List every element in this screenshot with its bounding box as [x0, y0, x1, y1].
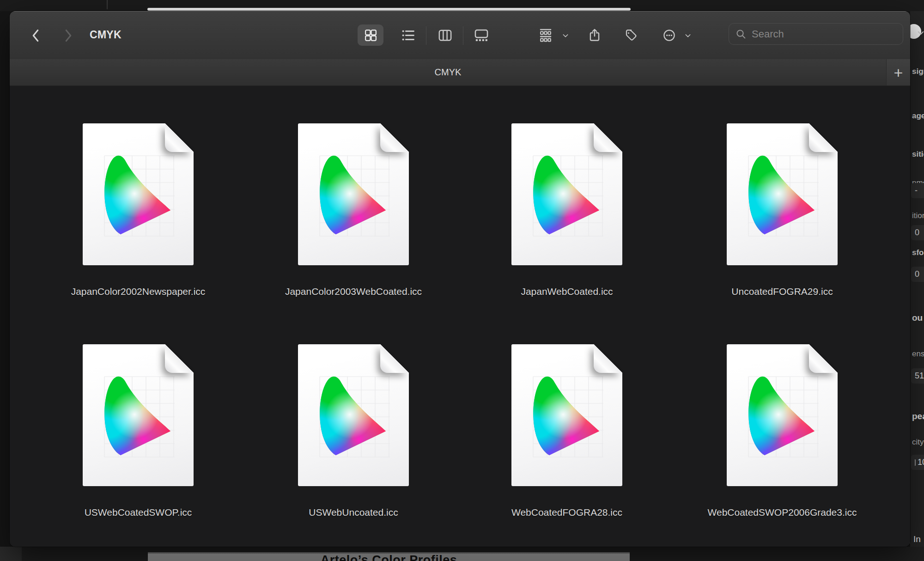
inspector-value-box: 51: [911, 368, 924, 384]
toolbar: CMYK: [10, 11, 910, 59]
window-title: CMYK: [90, 29, 122, 41]
group-by-icon: [538, 28, 553, 43]
chevron-down-icon: [917, 29, 924, 39]
file-webcoatedswop2006grade3[interactable]: WebCoatedSWOP2006Grade3.icc: [727, 344, 838, 529]
tab-bar: CMYK +: [10, 59, 910, 86]
tag-icon: [624, 28, 638, 42]
search-input[interactable]: [751, 28, 903, 41]
inspector-value: -: [915, 186, 918, 195]
file-label: WebCoatedSWOP2006Grade3.icc: [708, 507, 857, 518]
file-uswebcoatedswop[interactable]: USWebCoatedSWOP.icc: [83, 344, 194, 529]
inspector-value-box: 0: [911, 225, 924, 240]
background-window-edge: [0, 547, 22, 561]
chevron-down-icon[interactable]: [561, 31, 570, 40]
screen: sign age sitio nme - ition 0 sfo 0 ou en…: [0, 0, 924, 561]
file-label: USWebCoatedSWOP.icc: [85, 507, 192, 518]
page-fold-icon: [380, 123, 409, 152]
desktop-background-bottom: Artelo’s Color Profiles: [0, 547, 924, 561]
list-view-icon: [401, 28, 415, 43]
background-browser-top-edge: [147, 8, 631, 11]
page-fold-icon: [165, 344, 194, 373]
icon-view-button[interactable]: [358, 24, 383, 46]
tags-button[interactable]: [618, 24, 644, 46]
inspector-fragment: sitio: [912, 149, 924, 159]
group-by-button[interactable]: [533, 24, 559, 46]
chevron-right-icon: [63, 29, 73, 43]
file-uncoatedfogra29[interactable]: UncoatedFOGRA29.icc: [727, 123, 838, 308]
file-label: JapanColor2002Newspaper.icc: [71, 286, 206, 297]
file-uswebuncoated[interactable]: USWebUncoated.icc: [298, 344, 409, 529]
share-button[interactable]: [582, 24, 608, 46]
inspector-value-box: 10: [911, 455, 924, 470]
back-button[interactable]: [25, 28, 46, 43]
plus-icon: +: [894, 65, 903, 80]
background-inspector-panel: sign age sitio nme - ition 0 sfo 0 ou en…: [910, 11, 924, 547]
grid-view-icon: [364, 28, 378, 43]
inspector-fragment: sfo: [912, 248, 924, 258]
file-webcoatedfogra28[interactable]: WebCoatedFOGRA28.icc: [511, 344, 622, 529]
toolbar-separator: [426, 26, 426, 45]
inspector-fragment: sign: [912, 67, 924, 77]
page-fold-icon: [809, 344, 838, 373]
inspector-fragment: ens: [912, 349, 924, 359]
file-japancolor2003webcoated[interactable]: JapanColor2003WebCoated.icc: [298, 123, 409, 308]
inspector-fragment: city: [912, 437, 924, 447]
toolbar-separator: [463, 26, 463, 45]
share-icon: [587, 28, 602, 43]
page-fold-icon: [809, 123, 838, 152]
inspector-value-box: 0: [911, 267, 924, 282]
more-actions-button[interactable]: [656, 24, 682, 46]
chevron-left-icon: [31, 29, 41, 43]
inspector-value: 10: [918, 457, 924, 467]
ellipsis-circle-icon: [662, 28, 676, 43]
inspector-value: 0: [915, 228, 919, 238]
gallery-view-button[interactable]: [468, 24, 494, 46]
background-window-divider: [107, 0, 108, 9]
forward-button[interactable]: [58, 28, 78, 43]
page-fold-icon: [165, 123, 194, 152]
inspector-label: In: [913, 534, 921, 544]
new-tab-button[interactable]: +: [886, 59, 910, 85]
inspector-fragment: age: [912, 111, 924, 121]
inspector-fragment: ition: [912, 211, 924, 221]
page-fold-icon: [380, 344, 409, 373]
tab-cmyk[interactable]: CMYK: [10, 59, 886, 85]
file-japanwebcoated[interactable]: JapanWebCoated.icc: [511, 123, 622, 308]
finder-window: CMYK: [10, 11, 910, 547]
gallery-view-icon: [474, 27, 489, 43]
file-label: USWebUncoated.icc: [309, 507, 398, 518]
chevron-down-icon[interactable]: [684, 31, 692, 40]
file-japancolor2002newspaper[interactable]: JapanColor2002Newspaper.icc: [83, 123, 194, 308]
inspector-fragment: ou: [912, 313, 923, 323]
list-view-button[interactable]: [395, 24, 421, 46]
bracket-icon: [915, 459, 916, 466]
inspector-value: 0: [915, 269, 919, 279]
file-label: JapanWebCoated.icc: [521, 286, 613, 297]
inspector-value-box: -: [911, 183, 924, 198]
search-icon: [736, 29, 746, 39]
column-view-button[interactable]: [432, 24, 458, 46]
page-fold-icon: [594, 344, 622, 373]
page-fold-icon: [594, 123, 622, 152]
column-view-icon: [438, 28, 453, 43]
inspector-fragment: pea: [912, 411, 924, 421]
webpage-heading: Artelo’s Color Profiles: [148, 554, 630, 561]
file-label: WebCoatedFOGRA28.icc: [511, 507, 622, 518]
inspector-value: 51: [915, 371, 924, 381]
background-webpage-strip: Artelo’s Color Profiles: [148, 552, 630, 561]
file-label: UncoatedFOGRA29.icc: [731, 286, 833, 297]
search-field[interactable]: [729, 23, 903, 45]
file-label: JapanColor2003WebCoated.icc: [285, 286, 422, 297]
